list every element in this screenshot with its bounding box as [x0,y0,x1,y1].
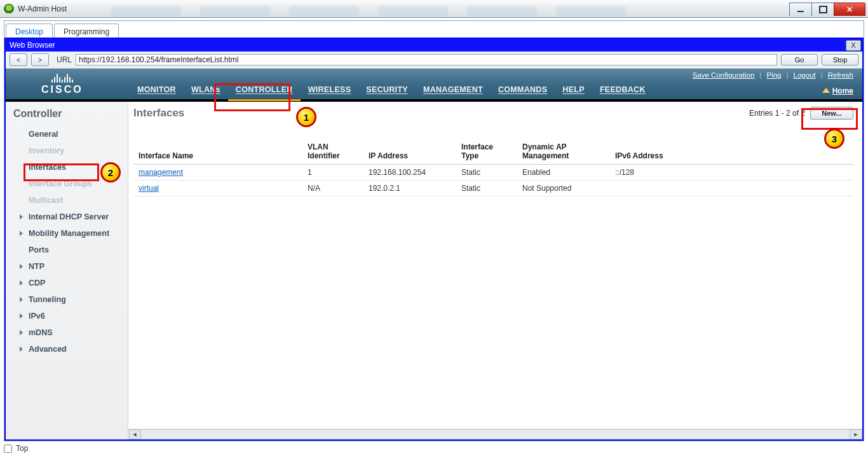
page-header: Interfaces Entries 1 - 2 of 2 New... [128,102,862,123]
link-interface-virtual[interactable]: virtual [139,184,159,193]
nav-wireless[interactable]: WIRELESS [301,85,359,99]
col-dynamic[interactable]: Dynamic APManagement [517,139,610,165]
window-minimize-button[interactable] [789,3,812,16]
caret-icon [20,314,23,319]
browser-forward-button[interactable]: > [31,53,49,66]
browser-title-text: Web Browser [10,41,55,50]
utility-links: Save Configuration| Ping| Logout| Refres… [693,71,853,79]
content-area: Interfaces Entries 1 - 2 of 2 New... Int… [128,102,862,439]
sidebar-item-ports[interactable]: Ports [6,242,128,258]
entries-count: Entries 1 - 2 of 2 [749,109,805,118]
sidebar-item-general[interactable]: General [6,126,128,142]
scroll-right-icon[interactable]: ► [850,429,862,439]
cell-ipv6: ::/128 [610,165,853,181]
link-refresh[interactable]: Refresh [828,71,853,79]
scroll-left-icon[interactable]: ◄ [129,429,140,439]
col-ip[interactable]: IP Address [363,139,456,165]
footer: Top [0,441,868,455]
nav-feedback[interactable]: FEEDBACK [592,85,653,99]
nav-controller[interactable]: CONTROLLER [228,85,301,99]
sidebar-item-internal-dhcp[interactable]: Internal DHCP Server [6,209,128,225]
sidebar-item-ipv6[interactable]: IPv6 [6,308,128,324]
app-icon [4,4,14,14]
cell-dyn: Enabled [517,165,610,181]
nav-help[interactable]: HELP [555,85,592,99]
primary-nav: MONITOR WLANs CONTROLLER WIRELESS SECURI… [130,69,653,99]
nav-security[interactable]: SECURITY [358,85,416,99]
sidebar-item-cdp[interactable]: CDP [6,275,128,291]
caret-icon [20,347,23,352]
cell-vlan: N/A [302,181,363,197]
col-ipv6[interactable]: IPv6 Address [610,139,853,165]
browser-go-button[interactable]: Go [781,54,818,66]
annotation-number-2: 2 [100,162,121,183]
url-input[interactable] [76,54,777,66]
cell-ip: 192.168.100.254 [363,165,456,181]
application-window: W-Admin Host Desktop Programming Web Bro… [0,0,868,455]
application-body: Desktop Programming Web Browser X < > UR… [4,20,864,441]
url-label: URL [57,55,72,64]
scroll-track[interactable] [141,429,850,439]
window-close-button[interactable] [834,3,865,16]
table-row: management 1 192.168.100.254 Static Enab… [133,165,853,181]
caret-icon [20,297,23,302]
sidebar-item-advanced[interactable]: Advanced [6,341,128,357]
home-label: Home [832,86,853,95]
page-body: Controller General Inventory Interfaces … [6,102,862,439]
caret-icon [20,214,23,219]
tab-programming[interactable]: Programming [54,24,119,38]
background-tabs-blur [67,0,790,17]
browser-stop-button[interactable]: Stop [822,54,858,66]
browser-title-bar: Web Browser X [6,39,862,52]
top-checkbox[interactable] [4,445,12,453]
col-interface-name[interactable]: Interface Name [133,139,302,165]
window-maximize-button[interactable] [811,3,834,16]
app-tab-strip: Desktop Programming [4,21,864,38]
cell-vlan: 1 [302,165,363,181]
browser-toolbar: < > URL Go Stop [6,52,862,69]
link-ping[interactable]: Ping [767,71,782,79]
col-vlan[interactable]: VLANIdentifier [302,139,363,165]
cell-type: Static [456,181,517,197]
caret-icon [20,330,23,335]
caret-icon [20,280,23,286]
annotation-number-1: 1 [296,107,316,127]
sidebar-item-inventory[interactable]: Inventory [6,142,128,159]
sidebar-item-ntp[interactable]: NTP [6,258,128,275]
caret-icon [20,264,23,269]
home-icon [822,88,830,93]
sidebar-item-mobility[interactable]: Mobility Management [6,225,128,242]
new-button[interactable]: New... [810,107,853,120]
col-type[interactable]: InterfaceType [456,139,517,165]
window-title-bar: W-Admin Host [0,0,868,18]
sidebar: Controller General Inventory Interfaces … [6,102,128,439]
link-save-configuration[interactable]: Save Configuration [693,71,755,79]
cisco-logo: CISCO [41,71,83,95]
window-title: W-Admin Host [18,4,67,13]
cell-ip: 192.0.2.1 [363,181,456,197]
browser-close-button[interactable]: X [846,40,861,51]
interfaces-table: Interface Name VLANIdentifier IP Address… [133,139,853,197]
nav-management[interactable]: MANAGEMENT [416,85,491,99]
entries-group: Entries 1 - 2 of 2 New... [749,107,853,120]
link-interface-management[interactable]: management [139,168,183,177]
top-label: Top [16,444,28,453]
link-home[interactable]: Home [822,86,853,95]
cell-type: Static [456,165,517,181]
caret-icon [20,231,23,236]
annotation-number-3: 3 [824,128,844,149]
nav-monitor[interactable]: MONITOR [130,85,184,99]
link-logout[interactable]: Logout [794,71,816,79]
cisco-header: CISCO MONITOR WLANs CONTROLLER WIRELESS … [6,69,862,99]
page-title: Interfaces [133,107,184,120]
nav-commands[interactable]: COMMANDS [491,85,555,99]
sidebar-item-tunneling[interactable]: Tunneling [6,291,128,308]
tab-desktop[interactable]: Desktop [6,24,53,38]
browser-back-button[interactable]: < [10,53,27,66]
cell-ipv6 [610,181,853,197]
nav-wlans[interactable]: WLANs [184,85,228,99]
sidebar-item-multicast[interactable]: Multicast [6,192,128,209]
horizontal-scrollbar[interactable]: ◄ ► [128,429,862,439]
sidebar-item-mdns[interactable]: mDNS [6,324,128,341]
browser-frame: Web Browser X < > URL Go Stop CISCO [4,38,864,441]
